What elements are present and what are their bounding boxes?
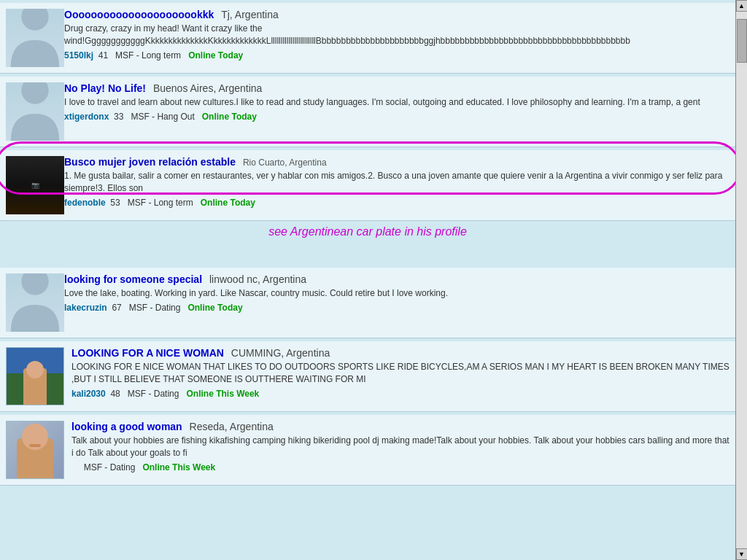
location-text: Rio Cuarto, Argentina [243,158,327,168]
listing-info: No Play! No Life! Buenos Aires, Argentin… [64,82,729,122]
scroll-up-button[interactable]: ▲ [736,0,748,12]
listing-info: Busco mujer joven relación estable Rio C… [64,156,729,208]
listing-meta: lakecruzin 67 MSF - Dating Online Today [64,303,729,313]
title-text: No Play! No Life! [64,82,146,94]
avatar [6,347,64,405]
avatar [6,273,64,332]
listing-description: I love to travel and learn about new cul… [64,96,729,109]
avatar [6,421,64,479]
location-text: Tj, Argentina [221,9,279,20]
listing-meta: xtigerdonx 33 MSF - Hang Out Online Toda… [64,112,729,122]
listing-title[interactable]: No Play! No Life! Buenos Aires, Argentin… [64,82,729,94]
avatar: 📷 [6,156,64,214]
listing-title[interactable]: looking for someone special linwood nc, … [64,273,729,285]
age: 33 [114,112,123,122]
listing-info: looking for someone special linwood nc, … [64,273,729,313]
online-status: Online Today [202,112,257,122]
online-status: Online This Week [186,389,259,399]
list-item: looking for someone special linwood nc, … [0,268,735,338]
title-text: LOOKING FOR A NICE WOMAN [71,347,224,359]
username[interactable]: xtigerdonx [64,112,109,122]
username[interactable]: 5150lkj [64,50,93,61]
listing-description: Love the lake, boating. Working in yard.… [64,287,729,300]
relationship-type: MSF - Long term [128,198,193,208]
listing-info: LOOKING FOR A NICE WOMAN CUMMING, Argent… [71,347,729,399]
age: 41 [98,50,108,61]
list-item: 📷 Busco mujer joven relación estable Rio… [0,150,735,221]
avatar [6,82,64,141]
username[interactable]: fedenoble [64,198,106,208]
location-text: linwood nc, Argentina [209,273,306,285]
location-text: CUMMING, Argentina [231,347,330,359]
listing-meta: MSF - Dating Online This Week [71,462,729,472]
title-text: Busco mujer joven relación estable [64,156,236,168]
listing-description: LOOKING FOR E NICE WOMAN THAT LIKES TO D… [71,361,729,386]
online-status: Online This Week [142,462,215,472]
list-item: No Play! No Life! Buenos Aires, Argentin… [0,77,735,147]
scrollbar[interactable]: ▲ ▼ [735,0,747,560]
title-text: looking a good woman [71,421,182,432]
online-status: Online Today [188,50,243,61]
svg-point-1 [21,82,48,104]
avatar [6,9,64,67]
age: 67 [112,303,121,313]
list-item: Oooooooooooooooooooookkk Tj, Argentina D… [0,3,735,74]
username[interactable]: lakecruzin [64,303,107,313]
relationship-type: MSF - Dating [129,303,181,313]
listing-meta: fedenoble 53 MSF - Long term Online Toda… [64,198,729,208]
location-text: Reseda, Argentina [190,421,274,432]
svg-point-2 [21,273,48,295]
age: 48 [110,389,120,399]
listing-info: looking a good woman Reseda, Argentina T… [71,421,729,472]
highlighted-listing-wrapper: 📷 Busco mujer joven relación estable Rio… [0,150,735,238]
title-text: looking for someone special [64,273,202,285]
listing-meta: 5150lkj 41 MSF - Long term Online Today [64,50,729,61]
list-item: looking a good woman Reseda, Argentina T… [0,415,735,486]
relationship-type: MSF - Hang Out [131,112,194,122]
location-text: Buenos Aires, Argentina [153,82,262,94]
relationship-type: MSF - Long term [115,50,181,61]
online-status: Online Today [187,303,242,313]
listing-info: Oooooooooooooooooooookkk Tj, Argentina D… [64,9,729,61]
scroll-down-button[interactable]: ▼ [736,548,748,560]
listing-description: Talk about your hobbies are fishing kika… [71,435,729,459]
listings-container: Oooooooooooooooooooookkk Tj, Argentina D… [0,0,735,560]
listing-title[interactable]: looking a good woman Reseda, Argentina [71,421,729,432]
scrollbar-track[interactable] [736,12,747,548]
svg-point-0 [21,9,48,30]
listing-title[interactable]: Oooooooooooooooooooookkk Tj, Argentina [64,9,729,20]
age: 53 [110,198,120,208]
list-item: LOOKING FOR A NICE WOMAN CUMMING, Argent… [0,341,735,412]
annotation-text: see Argentinean car plate in his profile [0,221,735,238]
listing-title[interactable]: Busco mujer joven relación estable Rio C… [64,156,729,168]
listing-meta: kali2030 48 MSF - Dating Online This Wee… [71,389,729,399]
username[interactable]: kali2030 [71,389,106,399]
listing-description: Drug crazy, crazy in my head! Want it cr… [64,23,729,47]
online-status: Online Today [201,198,255,208]
title-text: Oooooooooooooooooooookkk [64,9,214,20]
relationship-type: MSF - Dating [128,389,179,399]
scrollbar-thumb[interactable] [737,19,747,63]
listing-title[interactable]: LOOKING FOR A NICE WOMAN CUMMING, Argent… [71,347,729,359]
relationship-type: MSF - Dating [84,462,136,472]
listing-description: 1. Me gusta bailar, salir a comer en res… [64,170,729,195]
